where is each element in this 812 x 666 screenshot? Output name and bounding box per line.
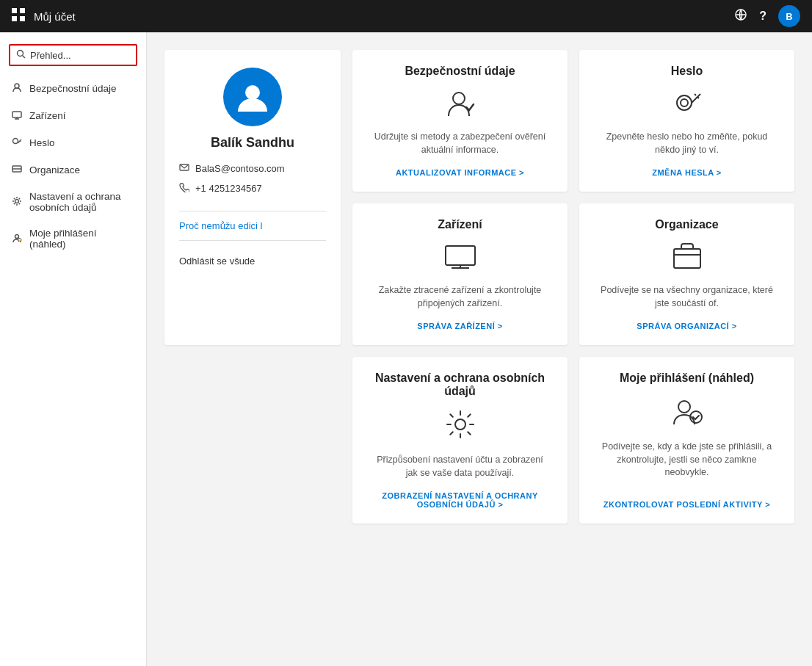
sidebar-label-heslo: Heslo [29,137,55,148]
sidebar-item-heslo[interactable]: Heslo [0,129,146,156]
card-bezpecnostni: Bezpečnostní údaje Udržujte si metody a … [352,50,568,192]
profile-divider-1 [179,211,326,211]
card-nastaveni-icon [444,408,476,445]
main-content: Balík Sandhu BalaS@contoso.com [147,32,812,666]
network-icon[interactable] [734,8,747,24]
card-prihlaseni: Moje přihlášení (náhled) Podívejte se, k… [579,357,794,524]
svg-point-17 [15,199,19,203]
svg-point-34 [455,419,465,430]
card-organizace: Organizace Podívejte se na všechny organ… [579,203,794,345]
svg-line-28 [695,94,696,95]
svg-point-18 [15,234,19,238]
profile-name: Balík Sandhu [211,135,294,151]
security-icon [12,82,22,95]
sidebar-item-prihlaseni[interactable]: 🔑 Moje přihlášení (náhled) [0,220,146,257]
card-organizace-desc: Podívejte se na všechny organizace, kter… [597,284,777,310]
sidebar-label-bezpecnostni: Bezpečnostní údaje [29,83,117,94]
card-organizace-icon [671,242,703,275]
svg-point-21 [245,85,260,100]
profile-avatar [223,68,282,126]
card-prihlaseni-icon [671,395,703,432]
card-organizace-title: Organizace [655,218,718,231]
card-heslo-title: Heslo [671,65,703,78]
card-zarizeni-title: Zařízení [438,218,482,231]
card-nastaveni-link[interactable]: ZOBRAZENÍ NASTAVENÍ A OCHRANY OSOBNÍCH Ú… [370,491,550,509]
sidebar-item-bezpecnostni[interactable]: Bezpečnostní údaje [0,75,146,102]
svg-rect-2 [12,16,17,21]
cards-grid: Balík Sandhu BalaS@contoso.com [164,50,794,524]
profile-phone: +1 4251234567 [195,183,262,194]
org-icon [12,164,22,176]
svg-line-27 [697,97,699,98]
user-avatar[interactable]: B [778,5,800,27]
svg-rect-0 [12,8,17,13]
sidebar: Bezpečnostní údaje Zařízení Heslo [0,32,147,666]
profile-email: BalaS@contoso.com [195,163,285,174]
card-nastaveni-desc: Přizpůsobení nastavení účtu a zobrazení … [370,454,550,479]
sidebar-label-nastaveni: Nastavení a ochrana osobních údajů [29,191,134,213]
card-bezpecnostni-desc: Udržujte si metody a zabezpečení ověření… [370,131,550,156]
card-heslo: Heslo Zpevněte heslo nebo ho změňte, pok… [579,50,794,192]
profile-phone-row: +1 4251234567 [179,182,262,195]
svg-point-6 [18,51,23,57]
topbar-left: Můj účet [12,8,76,25]
card-zarizeni-icon [444,242,476,275]
svg-point-35 [678,401,690,413]
svg-point-24 [677,95,692,110]
card-heslo-icon [673,88,702,122]
svg-point-23 [453,93,465,104]
card-zarizeni-link[interactable]: SPRÁVA ZAŘÍZENÍ > [417,322,502,330]
main-layout: Bezpečnostní údaje Zařízení Heslo [0,32,812,666]
card-nastaveni-title: Nastavení a ochrana osobních údajů [370,372,550,398]
key-icon-sidebar [12,137,22,149]
card-heslo-desc: Zpevněte heslo nebo ho změňte, pokud něk… [597,131,777,156]
device-icon [12,109,22,122]
svg-rect-3 [20,16,25,21]
svg-point-8 [15,84,19,88]
profile-email-row: BalaS@contoso.com [179,162,285,175]
card-zarizeni: Zařízení Zakažte ztracené zařízení a zko… [352,203,568,345]
card-prihlaseni-title: Moje přihlášení (náhled) [620,372,754,385]
sidebar-label-prihlaseni: Moje přihlášení (náhled) [29,228,134,250]
help-icon[interactable]: ? [759,10,766,23]
profile-divider-2 [179,240,326,241]
card-heslo-link[interactable]: ZMĚNA HESLA > [652,168,722,177]
card-nastaveni: Nastavení a ochrana osobních údajů Přizp… [352,357,568,524]
sidebar-label-organizace: Organizace [29,164,80,175]
search-input[interactable] [30,50,130,61]
sidebar-label-zarizeni: Zařízení [29,110,66,121]
svg-rect-32 [674,249,700,268]
card-bezpecnostni-link[interactable]: AKTUALIZOVAT INFORMACE > [396,168,524,177]
card-bezpecnostni-icon [446,88,475,122]
card-organizace-link[interactable]: SPRÁVA ORGANIZACÍ > [637,322,736,330]
svg-point-12 [13,139,18,144]
topbar: Můj účet ? B [0,0,812,32]
card-zarizeni-desc: Zakažte ztracené zařízení a zkontrolujte… [370,284,550,310]
profile-card: Balík Sandhu BalaS@contoso.com [164,50,341,345]
app-title: Můj účet [34,10,76,23]
email-icon [179,162,189,175]
svg-line-14 [20,141,21,142]
svg-line-7 [23,56,26,59]
sidebar-item-zarizeni[interactable]: Zařízení [0,102,146,129]
login-icon-sidebar: 🔑 [12,233,22,245]
sidebar-item-organizace[interactable]: Organizace [0,156,146,184]
gear-icon-sidebar [12,196,22,209]
svg-rect-1 [20,8,25,13]
sidebar-item-nastaveni[interactable]: Nastavení a ochrana osobních údajů [0,184,146,220]
topbar-right: ? B [734,5,800,27]
svg-point-25 [681,99,688,106]
profile-signout[interactable]: Odhlásit se všude [179,256,255,267]
phone-icon [179,182,189,195]
card-prihlaseni-desc: Podívejte se, kdy a kde jste se přihlási… [597,441,777,479]
search-icon [16,49,26,61]
card-prihlaseni-link[interactable]: ZKONTROLOVAT POSLEDNÍ AKTIVITY > [603,500,770,509]
svg-text:🔑: 🔑 [19,239,22,242]
card-bezpecnostni-title: Bezpečnostní údaje [405,65,515,78]
profile-edit-link[interactable]: Proč nemůžu edici l [179,220,262,231]
sidebar-search-box[interactable] [9,44,137,66]
grid-icon[interactable] [12,8,25,25]
svg-rect-9 [12,112,21,117]
svg-rect-29 [446,246,475,265]
